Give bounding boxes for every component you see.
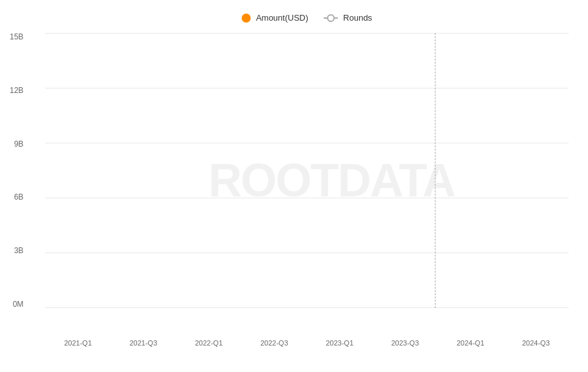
x-label-2024q3: 2024-Q3 — [522, 339, 550, 347]
legend-item-amount: Amount(USD) — [242, 13, 308, 23]
legend-dot-amount — [242, 14, 251, 23]
bars-container — [45, 33, 569, 308]
y-label-15b: 15B — [10, 33, 23, 41]
legend-label-amount: Amount(USD) — [256, 13, 308, 23]
x-label-2021q3: 2021-Q3 — [129, 339, 157, 347]
y-label-6b: 6B — [14, 193, 24, 201]
y-axis-labels: 0M 3B 6B 9B 12B 15B — [10, 33, 23, 308]
x-label-2021q1: 2021-Q1 — [64, 339, 92, 347]
dashed-vertical-line — [435, 33, 436, 308]
y-label-12b: 12B — [10, 87, 23, 94]
chart-area: ROOTDATA 0M 3B 6B 9B 12B 15B 2021-Q1 202 — [45, 33, 569, 327]
legend-item-rounds: Rounds — [324, 13, 372, 23]
legend-label-rounds: Rounds — [343, 13, 372, 23]
x-axis-labels: 2021-Q1 2021-Q3 2022-Q1 2022-Q3 2023-Q1 … — [45, 339, 569, 347]
x-label-2022q3: 2022-Q3 — [260, 339, 288, 347]
x-label-2024q1: 2024-Q1 — [457, 339, 485, 347]
chart-container: Amount(USD) Rounds ROOTDATA 0M 3B 6B 9B … — [0, 0, 588, 372]
y-label-9b: 9B — [14, 140, 24, 148]
y-label-0: 0M — [13, 300, 24, 308]
legend-line-rounds — [324, 17, 338, 19]
x-label-2022q1: 2022-Q1 — [195, 339, 223, 347]
y-label-3b: 3B — [14, 247, 24, 254]
x-label-2023q1: 2023-Q1 — [326, 339, 353, 347]
x-label-2023q3: 2023-Q3 — [391, 339, 419, 347]
chart-legend: Amount(USD) Rounds — [45, 13, 569, 23]
